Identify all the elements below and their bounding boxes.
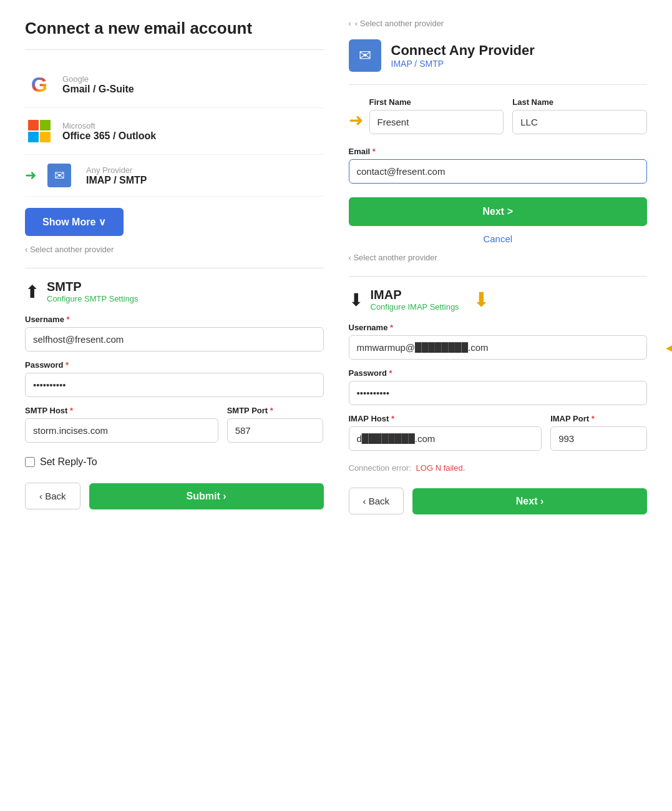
right-back-button[interactable]: ‹ Back (349, 488, 404, 514)
next-button[interactable]: Next > (349, 197, 648, 226)
smtp-subtitle: Configure SMTP Settings (47, 294, 138, 303)
green-arrow-icon: ➜ (25, 167, 36, 184)
right-top-select-another[interactable]: ‹ ‹ Select another provider (349, 19, 648, 28)
right-next-button[interactable]: Next › (412, 488, 647, 514)
microsoft-sub-label: Microsoft (62, 121, 156, 130)
smtp-username-label: Username * (25, 315, 324, 324)
set-reply-to-checkbox[interactable] (25, 457, 35, 467)
cancel-link[interactable]: Cancel (349, 233, 648, 244)
smtp-username-group: Username * (25, 315, 324, 351)
smtp-section: ⬆ SMTP Configure SMTP Settings Username … (25, 268, 324, 468)
imap-sub-label: Any Provider (86, 165, 147, 175)
smtp-header: ⬆ SMTP Configure SMTP Settings (25, 280, 324, 303)
left-back-button[interactable]: ‹ Back (25, 483, 80, 509)
imap-username-label: Username * (349, 323, 648, 332)
connect-provider-header: ✉ Connect Any Provider IMAP / SMTP (349, 39, 648, 72)
imap-download-icon: ⬇ (349, 290, 363, 310)
smtp-host-label: SMTP Host * (25, 406, 218, 415)
provider-microsoft[interactable]: Microsoft Office 365 / Outlook (25, 108, 324, 155)
yellow-arrow-left-icon: ◀ (666, 338, 672, 357)
smtp-port-input[interactable] (227, 418, 324, 443)
error-prefix: Connection error: (349, 463, 411, 473)
smtp-password-group: Password * (25, 360, 324, 397)
set-reply-to-label: Set Reply-To (40, 456, 97, 468)
imap-header: ⬇ IMAP Configure IMAP Settings ⬇ (349, 288, 648, 312)
smtp-title: SMTP (47, 280, 138, 294)
imap-password-label: Password * (349, 368, 648, 378)
last-name-input[interactable] (512, 110, 647, 134)
submit-button[interactable]: Submit › (89, 483, 324, 509)
smtp-upload-icon: ⬆ (25, 282, 39, 302)
smtp-username-input[interactable] (25, 327, 324, 351)
smtp-port-label: SMTP Port * (227, 406, 324, 415)
imap-section: ⬇ IMAP Configure IMAP Settings ⬇ Usernam… (349, 276, 648, 473)
imap-main-label: IMAP / SMTP (86, 175, 147, 186)
imap-host-input[interactable] (349, 426, 542, 451)
yellow-arrow-down-icon: ⬇ (473, 288, 490, 312)
first-name-input[interactable] (369, 110, 504, 134)
imap-envelope-icon: ✉ (47, 164, 71, 187)
imap-subtitle: Configure IMAP Settings (371, 302, 459, 312)
email-label: Email * (349, 147, 648, 156)
first-name-group: First Name (369, 97, 504, 134)
provider-imap[interactable]: ➜ ✉ Any Provider IMAP / SMTP (25, 155, 324, 197)
yellow-arrow-right-icon: ➜ (349, 110, 363, 130)
imap-port-label: IMAP Port * (550, 414, 647, 423)
error-message: LOG N failed. (416, 463, 465, 473)
email-group: Email * (349, 147, 648, 184)
top-divider (25, 49, 324, 50)
imap-title: IMAP (371, 288, 459, 302)
imap-username-group: Username * ◀ (349, 323, 648, 360)
google-main-label: Gmail / G-Suite (62, 84, 134, 95)
left-bottom-buttons: ‹ Back Submit › (25, 483, 324, 509)
right-bottom-buttons: ‹ Back Next › (349, 488, 648, 514)
smtp-password-input[interactable] (25, 373, 324, 397)
last-name-group: Last Name (512, 97, 647, 134)
imap-username-input[interactable] (349, 335, 648, 360)
show-more-button[interactable]: Show More ∨ (25, 208, 124, 236)
back-chevron-icon: ‹ (349, 19, 351, 28)
imap-host-port-row: IMAP Host * IMAP Port * (349, 414, 648, 460)
imap-password-group: Password * (349, 368, 648, 405)
imap-port-input[interactable] (550, 426, 647, 451)
select-another-link-left[interactable]: ‹ Select another provider (25, 245, 324, 254)
smtp-host-port-row: SMTP Host * SMTP Port * (25, 406, 324, 451)
microsoft-main-label: Office 365 / Outlook (62, 130, 156, 142)
microsoft-icon (25, 117, 54, 145)
provider-google[interactable]: G Google Gmail / G-Suite (25, 61, 324, 108)
smtp-password-label: Password * (25, 360, 324, 370)
last-name-label: Last Name (512, 97, 647, 107)
first-name-label: First Name (369, 97, 504, 107)
connect-provider-title: Connect Any Provider (391, 42, 535, 59)
smtp-host-input[interactable] (25, 418, 218, 443)
connect-provider-subtitle: IMAP / SMTP (391, 59, 535, 69)
connection-error: Connection error: LOG N failed. (349, 463, 648, 473)
right-divider (349, 84, 648, 85)
set-reply-to-row[interactable]: Set Reply-To (25, 456, 324, 468)
page-title: Connect a new email account (25, 19, 324, 38)
google-icon: G (25, 70, 54, 99)
imap-host-label: IMAP Host * (349, 414, 542, 423)
google-sub-label: Google (62, 74, 134, 84)
right-select-another-2[interactable]: ‹ Select another provider (349, 253, 648, 262)
connect-provider-envelope-icon: ✉ (349, 39, 381, 72)
email-input[interactable] (349, 159, 648, 184)
imap-password-input[interactable] (349, 381, 648, 405)
